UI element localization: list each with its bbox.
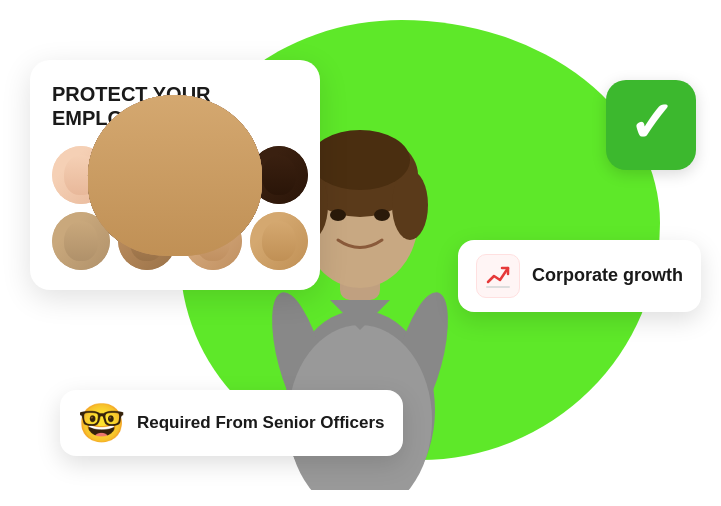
chart-icon [484, 262, 512, 290]
main-scene: PROTECT YOUR EMPLOYEES [0, 0, 721, 506]
protect-employees-card: PROTECT YOUR EMPLOYEES [30, 60, 320, 290]
nerd-emoji: 🤓 [78, 404, 125, 442]
checkmark-symbol: ✓ [628, 95, 675, 151]
svg-point-5 [392, 170, 428, 240]
corporate-title: Corporate growth [532, 265, 683, 287]
chart-icon-container [476, 254, 520, 298]
svg-rect-15 [486, 286, 510, 288]
svg-point-6 [310, 130, 410, 190]
required-card: 🤓 Required From Senior Officers [60, 390, 403, 456]
checkmark-card: ✓ [606, 80, 696, 170]
svg-point-8 [374, 209, 390, 221]
svg-point-7 [330, 209, 346, 221]
avatar-8 [250, 212, 308, 270]
required-title: Required From Senior Officers [137, 412, 385, 433]
corporate-growth-card: Corporate growth [458, 240, 701, 312]
avatars-grid [52, 146, 298, 270]
